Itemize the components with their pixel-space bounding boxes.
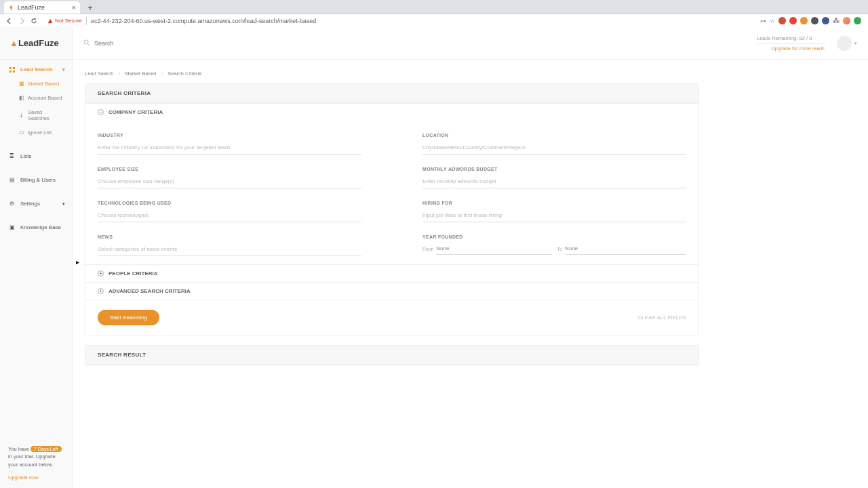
field-news: NEWS: [98, 235, 361, 256]
technologies-input[interactable]: [98, 209, 361, 222]
browser-chrome: LeadFuze × + Not Secure ec2-44-232-204-6…: [0, 0, 868, 27]
employee-size-input[interactable]: [98, 176, 361, 188]
nav-label: Lists: [20, 153, 31, 159]
field-hiring: HIRING FOR: [422, 201, 686, 222]
breadcrumb-item[interactable]: Lead Search: [85, 70, 114, 77]
adwords-input[interactable]: [422, 176, 686, 188]
nav-ignore-list[interactable]: ▭ Ignore List: [18, 125, 72, 140]
field-adwords: MONTHLY ADWORDS BUDGET: [422, 167, 686, 188]
to-label: To: [557, 247, 562, 251]
leads-info: Leads Remaining: 82 / 0 Upgrade for more…: [757, 35, 825, 52]
company-criteria-body: INDUSTRY LOCATION EMPLOYEE SIZE MONTHLY …: [85, 121, 698, 264]
year-from-input[interactable]: [436, 243, 551, 255]
from-label: From: [422, 247, 433, 251]
nav-settings[interactable]: ⚙ Settings ▾: [0, 197, 72, 211]
news-input[interactable]: [98, 243, 361, 256]
field-label: INDUSTRY: [98, 133, 361, 138]
people-criteria-header[interactable]: + PEOPLE CRITERIA: [85, 264, 698, 282]
lists-icon: ≣: [9, 153, 16, 159]
breadcrumb: Lead Search › Market Based › Search Crit…: [85, 70, 852, 77]
expand-icon: +: [98, 270, 104, 277]
nav-label: Ignore List: [28, 129, 52, 136]
key-icon[interactable]: ⊶: [760, 18, 766, 24]
upgrade-leads-link[interactable]: Upgrade for more leads: [771, 45, 825, 52]
trial-days-pill: 7 Days Left: [31, 446, 61, 452]
trial-box: You have 7 Days Left in your trial. Upgr…: [0, 439, 72, 488]
nav-account-based[interactable]: ◧ Account Based: [18, 91, 72, 105]
profile-avatar-icon[interactable]: [843, 17, 850, 24]
field-technologies: TECHNOLOGIES BEING USED: [98, 201, 361, 222]
not-secure-label: Not Secure: [55, 18, 82, 24]
field-employee-size: EMPLOYEE SIZE: [98, 167, 361, 188]
chevron-down-icon: ▾: [62, 67, 65, 73]
section-title: ADVANCED SEARCH CRITERIA: [108, 288, 191, 294]
nav-lead-search[interactable]: Lead Search ▾: [0, 62, 72, 77]
start-searching-button[interactable]: Start Searching: [98, 310, 159, 325]
section-title: PEOPLE CRITERIA: [108, 270, 157, 277]
extension-icon[interactable]: [811, 17, 818, 24]
year-to: To: [557, 243, 687, 255]
nav-billing[interactable]: ▤ Billing & Users: [0, 173, 72, 187]
upgrade-now-link[interactable]: Upgrade now: [8, 474, 64, 481]
location-input[interactable]: [422, 142, 686, 155]
clear-all-link[interactable]: CLEAR ALL FIELDS: [638, 314, 686, 321]
extension-icon[interactable]: [778, 17, 786, 24]
forward-button[interactable]: [16, 16, 27, 26]
market-icon: ▦: [19, 81, 24, 87]
content: Lead Search › Market Based › Search Crit…: [73, 60, 868, 488]
extensions-menu-icon[interactable]: ⁂: [833, 17, 840, 24]
nav-market-based[interactable]: ▦ Market Based: [18, 77, 72, 91]
extension-icon[interactable]: [854, 17, 861, 24]
nav-label: Knowledge Base: [20, 224, 61, 230]
trial-text-suffix: in your trial. Upgrade your account belo…: [8, 453, 56, 467]
search-icon: [83, 39, 90, 47]
reload-button[interactable]: [28, 16, 39, 26]
tab-favicon: [8, 5, 14, 11]
star-icon[interactable]: ☆: [770, 18, 775, 24]
field-year-founded: YEAR FOUNDED From To: [422, 235, 686, 256]
app-root: ▲LeadFuze Lead Search ▾ ▦ Market Based ◧…: [0, 27, 868, 488]
year-to-input[interactable]: [565, 243, 686, 255]
expand-icon: +: [98, 288, 104, 294]
extension-icon[interactable]: [800, 17, 808, 24]
url-text[interactable]: ec2-44-232-204-60.us-west-2.compute.amaz…: [91, 18, 760, 24]
chevron-right-icon: ›: [119, 70, 121, 77]
breadcrumb-item[interactable]: Market Based: [125, 70, 156, 77]
advanced-criteria-header[interactable]: + ADVANCED SEARCH CRITERIA: [85, 282, 698, 300]
chevron-down-icon: ▾: [854, 41, 857, 46]
svg-rect-1: [13, 67, 15, 69]
nav-label: Saved Searches: [28, 109, 65, 121]
nav-knowledge[interactable]: ▣ Knowledge Base: [0, 220, 72, 235]
global-search-input[interactable]: [94, 40, 230, 47]
field-label: MONTHLY ADWORDS BUDGET: [422, 167, 686, 171]
divider: [86, 17, 87, 25]
hiring-input[interactable]: [422, 209, 686, 222]
nav-label: Billing & Users: [20, 177, 56, 183]
panel-title: SEARCH RESULT: [85, 346, 698, 365]
field-label: EMPLOYEE SIZE: [98, 167, 361, 171]
account-icon: ◧: [19, 95, 24, 101]
company-criteria-header[interactable]: – COMPANY CRITERIA: [85, 103, 698, 121]
industry-input[interactable]: [98, 142, 361, 155]
avatar: [837, 36, 852, 51]
svg-line-5: [88, 43, 90, 45]
security-indicator[interactable]: Not Secure: [47, 18, 82, 24]
logo[interactable]: ▲LeadFuze: [0, 27, 72, 60]
new-tab-button[interactable]: +: [84, 1, 96, 14]
browser-tab[interactable]: LeadFuze ×: [4, 1, 80, 14]
breadcrumb-item: Search Criteria: [167, 70, 201, 77]
book-icon: ▣: [9, 224, 16, 230]
extension-icon[interactable]: [789, 17, 797, 24]
nav-lists[interactable]: ≣ Lists: [0, 149, 72, 163]
tab-close-icon[interactable]: ×: [72, 3, 76, 12]
address-bar: Not Secure ec2-44-232-204-60.us-west-2.c…: [0, 14, 868, 27]
main: Leads Remaining: 82 / 0 Upgrade for more…: [73, 27, 868, 488]
collapse-icon: –: [98, 109, 104, 115]
back-button[interactable]: [4, 16, 15, 26]
extension-icon[interactable]: [822, 17, 829, 24]
nav-label: Market Based: [28, 81, 59, 87]
nav-saved-searches[interactable]: ⤓ Saved Searches: [18, 105, 72, 125]
billing-icon: ▤: [9, 177, 16, 183]
leads-remaining-label: Leads Remaining: 82 / 0: [757, 35, 825, 44]
user-menu[interactable]: ▾: [837, 36, 857, 51]
